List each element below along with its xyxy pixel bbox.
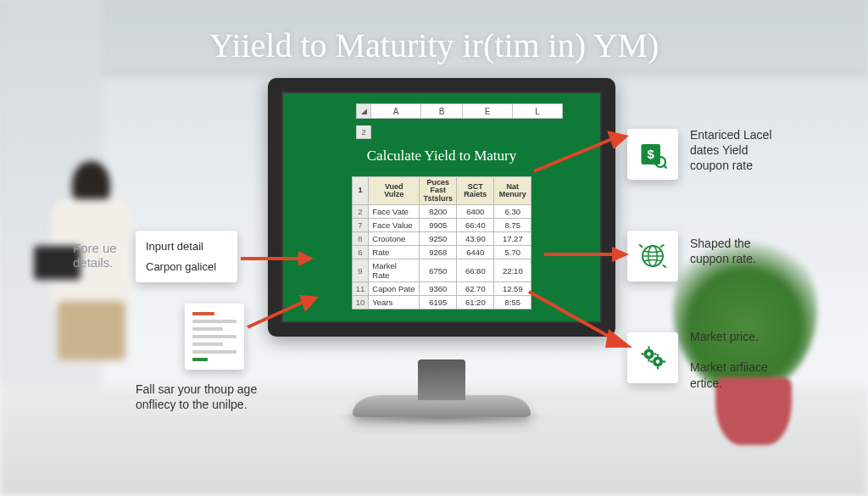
cell: 6195 bbox=[420, 296, 457, 309]
data-table: 1 VuedVulze PucesFast Tstslurs SCTRaiets… bbox=[352, 176, 532, 309]
cell: 6750 bbox=[420, 259, 457, 282]
cell: 12.59 bbox=[494, 282, 531, 296]
row-number-stub: 2 bbox=[356, 125, 371, 139]
caption-bottom-left: Fall sar your thoup ageonfliecy to the u… bbox=[136, 382, 257, 412]
col-letter: A bbox=[370, 103, 421, 119]
cell: 61:20 bbox=[457, 296, 494, 309]
th-col4: NatMenury bbox=[494, 177, 531, 205]
icon-card-globe bbox=[627, 231, 678, 281]
card-input-detail: Inpurt detail Carpon galicel bbox=[136, 231, 237, 282]
row-label: Years bbox=[369, 296, 420, 309]
row-label: Face Vate bbox=[369, 205, 420, 219]
cell: 9268 bbox=[420, 246, 457, 259]
cell: 43.90 bbox=[457, 232, 494, 246]
table-row: 10Years619561:208:55 bbox=[352, 296, 531, 309]
row-number: 10 bbox=[352, 296, 369, 309]
svg-point-10 bbox=[656, 359, 660, 364]
row-number: 6 bbox=[352, 246, 369, 259]
th-col3: SCTRaiets bbox=[457, 177, 494, 205]
th-col2: PucesFast Tstslurs bbox=[420, 177, 457, 205]
spreadsheet-screen: ◢ A B E L 2 Calculate Yield to Matury 1 … bbox=[268, 78, 615, 337]
page-title: Yiield to Maturity ir(tim in) YM) bbox=[0, 25, 868, 65]
col-letter: E bbox=[462, 103, 513, 119]
cell: 9250 bbox=[420, 232, 457, 246]
dollar-doc-icon: $ bbox=[637, 137, 668, 171]
row-number: 7 bbox=[352, 219, 369, 232]
row-label: Crootone bbox=[369, 232, 420, 246]
document-thumb bbox=[185, 304, 244, 370]
cell: 17.27 bbox=[494, 232, 531, 246]
cell: 62.70 bbox=[457, 282, 494, 296]
th-col1: VuedVulze bbox=[369, 177, 420, 205]
sheet-heading: Calculate Yield to Matury bbox=[300, 148, 583, 164]
cell: 8.75 bbox=[494, 219, 531, 232]
card-line: Inpurt detail bbox=[146, 239, 227, 254]
svg-text:$: $ bbox=[648, 147, 655, 161]
row-number: 11 bbox=[352, 282, 369, 296]
cell: 8200 bbox=[420, 205, 457, 219]
table-row: 6Rate926864405.70 bbox=[352, 246, 531, 259]
table-row: 9Markel Rate675066:8022:10 bbox=[352, 259, 531, 282]
sheet-corner: ◢ bbox=[356, 103, 371, 119]
cell: 22:10 bbox=[494, 259, 531, 282]
row-number: 8 bbox=[352, 232, 369, 246]
col-letter: L bbox=[512, 103, 563, 119]
icon-card-gears bbox=[627, 332, 678, 383]
card-line: Carpon galicel bbox=[146, 259, 227, 275]
cell: 5.70 bbox=[494, 246, 531, 259]
cell: 9905 bbox=[420, 219, 457, 232]
cell: 9360 bbox=[420, 282, 457, 296]
row-number: 2 bbox=[352, 205, 369, 219]
th-rownum: 1 bbox=[352, 177, 369, 205]
table-row: 11Capon Pate936062.7012.59 bbox=[352, 282, 531, 296]
callout-text-3: Market price. Market arfiiace ertice. bbox=[690, 329, 826, 391]
row-number: 9 bbox=[352, 259, 369, 282]
callout-text-1: Entariced Lacel dates Yield coupon rate bbox=[690, 127, 817, 174]
ghost-text-left: Fore uedetails. bbox=[73, 241, 117, 270]
globe-icon bbox=[637, 239, 668, 273]
cell: 8:55 bbox=[494, 296, 531, 309]
table-row: 7Face Value990566:408.75 bbox=[352, 219, 531, 232]
cell: 6.30 bbox=[494, 205, 531, 219]
callout-text-2: Shaped the cuppon rate. bbox=[690, 236, 817, 266]
table-row: 2Face Vate820064006.30 bbox=[352, 205, 531, 219]
monitor: ◢ A B E L 2 Calculate Yield to Matury 1 … bbox=[268, 78, 615, 366]
cell: 6440 bbox=[457, 246, 494, 259]
svg-point-8 bbox=[647, 352, 651, 356]
cell: 6400 bbox=[457, 205, 494, 219]
row-label: Capon Pate bbox=[369, 282, 420, 296]
row-label: Markel Rate bbox=[369, 259, 420, 282]
icon-card-dollar: $ bbox=[627, 129, 678, 180]
col-letter: B bbox=[420, 103, 463, 119]
table-row: 8Crootone925043.9017.27 bbox=[352, 232, 531, 246]
svg-line-3 bbox=[664, 165, 667, 169]
cell: 66:40 bbox=[457, 219, 494, 232]
row-label: Rate bbox=[369, 246, 420, 259]
gears-icon bbox=[637, 341, 668, 375]
column-header-row: ◢ A B E L bbox=[356, 103, 583, 119]
cell: 66:80 bbox=[457, 259, 494, 282]
row-label: Face Value bbox=[369, 219, 420, 232]
